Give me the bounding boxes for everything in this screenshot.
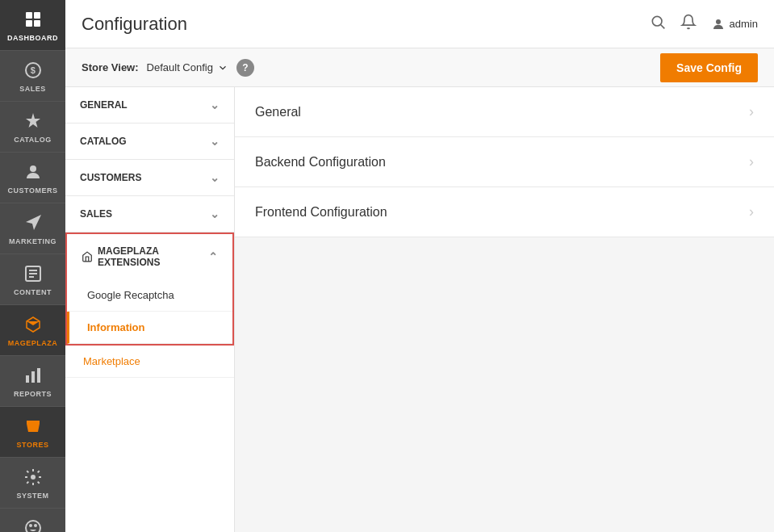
mageplaza-icon [22,313,44,336]
expand-icon: › [749,153,754,170]
find-partners-icon [22,517,44,532]
store-view-value: Default Config [147,61,213,73]
svg-point-6 [30,165,36,172]
sidebar-item-marketing[interactable]: MARKETING [0,203,65,254]
marketing-icon [22,212,44,234]
chevron-down-icon: ⌄ [210,135,220,148]
sidebar-item-reports[interactable]: REPORTS [0,356,65,407]
config-section-customers: CUSTOMERS ⌄ [65,160,234,196]
config-section-sales: SALES ⌄ [65,196,234,232]
search-icon[interactable] [650,14,666,34]
svg-rect-3 [34,20,40,27]
sidebar-item-label: STORES [17,441,49,449]
svg-rect-14 [31,427,36,432]
mageplaza-header-label: MAGEPLAZA EXTENSIONS [98,245,208,268]
config-row-backend[interactable]: Backend Configuration › [235,137,774,187]
svg-point-19 [652,16,662,26]
topbar-actions: admin [650,14,758,34]
svg-point-21 [716,19,721,24]
page-title: Configuration [82,14,187,35]
svg-rect-0 [26,12,32,19]
sidebar-item-label: MARKETING [9,237,56,245]
system-icon [22,466,44,488]
config-section-customers-header[interactable]: CUSTOMERS ⌄ [65,160,234,195]
config-section-catalog-label: CATALOG [80,136,127,147]
svg-point-17 [29,524,32,527]
svg-rect-11 [26,375,29,383]
customers-icon [22,161,44,183]
save-config-button[interactable]: Save Config [660,53,758,82]
expand-icon: › [749,203,754,220]
config-row-frontend[interactable]: Frontend Configuration › [235,187,774,237]
catalog-icon [22,110,44,132]
chevron-down-icon: ⌄ [210,98,220,111]
storebar-left: Store View: Default Config ? [82,59,254,77]
chevron-up-icon: ⌃ [208,250,218,263]
config-section-sales-label: SALES [80,208,112,220]
config-row-general[interactable]: General › [235,87,774,137]
sidebar-item-label: SALES [19,85,46,93]
topbar: Configuration admin [65,0,774,48]
sidebar-item-dashboard[interactable]: DASHBOARD [0,0,65,51]
svg-line-20 [660,25,664,29]
config-subitem-marketplace[interactable]: Marketplace [65,346,234,378]
sidebar-item-sales[interactable]: $ SALES [0,51,65,102]
svg-text:$: $ [30,65,36,75]
sidebar-item-content[interactable]: CONTENT [0,254,65,305]
config-section-general: GENERAL ⌄ [65,87,234,124]
config-subitem-google-recaptcha[interactable]: Google Recaptcha [67,279,232,312]
sidebar-item-label: REPORTS [14,390,52,398]
sidebar-item-find[interactable] [0,509,65,532]
sidebar-item-label: CATALOG [14,136,52,144]
config-section-customers-label: CUSTOMERS [80,172,141,183]
sidebar-item-label: DASHBOARD [7,34,58,42]
stores-icon [22,415,44,438]
config-section-catalog-header[interactable]: CATALOG ⌄ [65,124,234,159]
store-view-select[interactable]: Default Config [147,61,228,73]
config-subitem-information[interactable]: Information [67,312,232,344]
config-content: General › Backend Configuration › Fronte… [235,87,774,532]
config-row-label: Backend Configuration [255,155,386,170]
reports-icon [22,364,44,387]
sidebar-item-label: CUSTOMERS [8,186,58,195]
content-icon [22,262,44,285]
store-view-label: Store View: [82,61,139,73]
username: admin [730,18,758,30]
expand-icon: › [749,103,754,120]
sidebar-item-label: MAGEPLAZA [8,339,58,347]
sidebar-item-customers[interactable]: CUSTOMERS [0,153,65,203]
content-area: GENERAL ⌄ CATALOG ⌄ CUSTOMERS ⌄ [65,87,774,532]
config-nav: GENERAL ⌄ CATALOG ⌄ CUSTOMERS ⌄ [65,87,235,532]
svg-point-18 [34,524,37,527]
svg-rect-13 [37,368,40,383]
svg-rect-2 [26,20,32,27]
config-section-general-label: GENERAL [80,99,128,111]
notification-icon[interactable] [680,14,697,34]
user-menu[interactable]: admin [711,17,758,31]
sidebar-item-system[interactable]: SYSTEM [0,458,65,509]
sidebar-item-catalog[interactable]: CATALOG [0,102,65,153]
config-row-label: General [255,105,301,119]
chevron-down-icon [217,62,228,73]
config-section-mageplaza: MAGEPLAZA EXTENSIONS ⌃ Google Recaptcha … [65,232,234,346]
main-area: Configuration admin Store View: Default … [65,0,774,532]
svg-rect-1 [34,12,40,19]
sidebar-item-stores[interactable]: STORES [0,407,65,458]
sidebar: DASHBOARD $ SALES CATALOG CUSTOMERS MARK… [0,0,65,532]
dashboard-icon [22,8,44,31]
help-icon[interactable]: ? [236,59,254,77]
svg-point-15 [31,475,36,480]
sidebar-item-mageplaza[interactable]: MAGEPLAZA [0,305,65,356]
chevron-down-icon: ⌄ [210,207,220,220]
config-row-label: Frontend Configuration [255,205,387,220]
config-section-mageplaza-header[interactable]: MAGEPLAZA EXTENSIONS ⌃ [67,234,232,279]
sales-icon: $ [22,59,44,82]
svg-rect-12 [31,371,35,383]
config-section-sales-header[interactable]: SALES ⌄ [65,196,234,232]
home-icon [82,250,93,263]
config-section-general-header[interactable]: GENERAL ⌄ [65,87,234,123]
mageplaza-sub-items: Google Recaptcha Information [67,279,232,344]
storebar: Store View: Default Config ? Save Config [65,48,774,87]
sidebar-item-label: CONTENT [14,288,52,296]
config-section-catalog: CATALOG ⌄ [65,124,234,160]
